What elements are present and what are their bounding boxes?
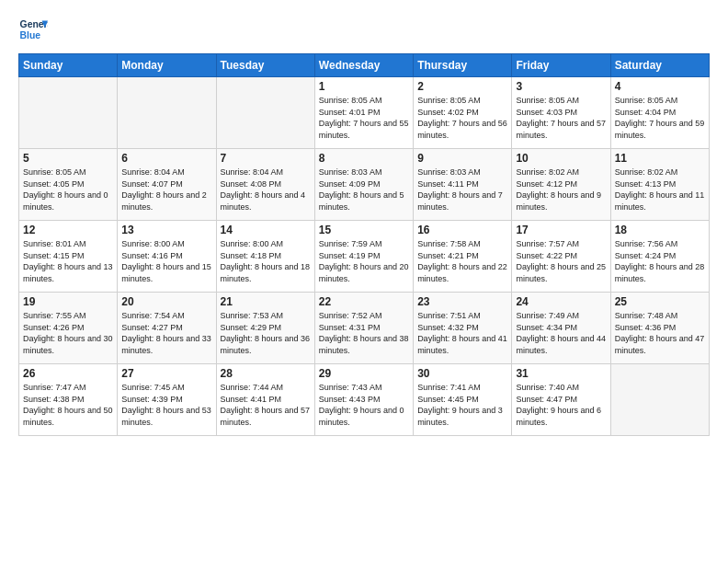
calendar-cell: 28Sunrise: 7:44 AM Sunset: 4:41 PM Dayli…: [216, 364, 314, 436]
day-info: Sunrise: 7:53 AM Sunset: 4:29 PM Dayligh…: [221, 310, 311, 356]
day-number: 26: [23, 367, 113, 380]
day-info: Sunrise: 8:05 AM Sunset: 4:05 PM Dayligh…: [23, 167, 113, 213]
day-info: Sunrise: 7:43 AM Sunset: 4:43 PM Dayligh…: [319, 382, 409, 428]
day-number: 4: [615, 80, 705, 93]
calendar-cell: 22Sunrise: 7:52 AM Sunset: 4:31 PM Dayli…: [314, 293, 413, 364]
day-number: 8: [319, 152, 409, 165]
day-info: Sunrise: 8:03 AM Sunset: 4:11 PM Dayligh…: [417, 167, 507, 213]
calendar-cell: 24Sunrise: 7:49 AM Sunset: 4:34 PM Dayli…: [512, 293, 610, 364]
calendar-cell: 30Sunrise: 7:41 AM Sunset: 4:45 PM Dayli…: [414, 364, 512, 436]
day-number: 28: [221, 367, 311, 380]
calendar-cell: 15Sunrise: 7:59 AM Sunset: 4:19 PM Dayli…: [314, 221, 413, 293]
day-number: 16: [417, 224, 507, 236]
day-info: Sunrise: 7:54 AM Sunset: 4:27 PM Dayligh…: [121, 310, 211, 356]
day-info: Sunrise: 8:03 AM Sunset: 4:09 PM Dayligh…: [319, 167, 409, 213]
day-info: Sunrise: 8:05 AM Sunset: 4:01 PM Dayligh…: [319, 95, 409, 141]
header: General Blue: [18, 15, 710, 44]
day-info: Sunrise: 8:00 AM Sunset: 4:18 PM Dayligh…: [221, 238, 311, 284]
logo: General Blue: [18, 15, 51, 44]
day-info: Sunrise: 7:49 AM Sunset: 4:34 PM Dayligh…: [516, 310, 606, 356]
day-info: Sunrise: 8:05 AM Sunset: 4:04 PM Dayligh…: [615, 95, 705, 141]
day-info: Sunrise: 7:56 AM Sunset: 4:24 PM Dayligh…: [615, 238, 705, 284]
day-number: 2: [417, 80, 507, 93]
day-number: 12: [23, 224, 113, 236]
day-number: 5: [23, 152, 113, 165]
calendar-cell: [610, 364, 709, 436]
day-number: 19: [23, 295, 113, 308]
calendar-cell: 31Sunrise: 7:40 AM Sunset: 4:47 PM Dayli…: [512, 364, 610, 436]
calendar-week-row: 19Sunrise: 7:55 AM Sunset: 4:26 PM Dayli…: [19, 293, 710, 364]
calendar-week-row: 26Sunrise: 7:47 AM Sunset: 4:38 PM Dayli…: [19, 364, 710, 436]
day-info: Sunrise: 7:52 AM Sunset: 4:31 PM Dayligh…: [319, 310, 409, 356]
day-number: 10: [516, 152, 606, 165]
day-info: Sunrise: 8:04 AM Sunset: 4:07 PM Dayligh…: [121, 167, 211, 213]
calendar-cell: 8Sunrise: 8:03 AM Sunset: 4:09 PM Daylig…: [314, 149, 413, 221]
calendar-cell: 16Sunrise: 7:58 AM Sunset: 4:21 PM Dayli…: [414, 221, 512, 293]
calendar-cell: 27Sunrise: 7:45 AM Sunset: 4:39 PM Dayli…: [118, 364, 216, 436]
day-number: 24: [516, 295, 606, 308]
day-number: 3: [516, 80, 606, 93]
day-info: Sunrise: 8:00 AM Sunset: 4:16 PM Dayligh…: [121, 238, 211, 284]
calendar-cell: 14Sunrise: 8:00 AM Sunset: 4:18 PM Dayli…: [216, 221, 314, 293]
day-info: Sunrise: 7:51 AM Sunset: 4:32 PM Dayligh…: [417, 310, 507, 356]
day-info: Sunrise: 7:57 AM Sunset: 4:22 PM Dayligh…: [516, 238, 606, 284]
day-number: 7: [221, 152, 311, 165]
calendar-cell: 13Sunrise: 8:00 AM Sunset: 4:16 PM Dayli…: [118, 221, 216, 293]
day-number: 25: [615, 295, 705, 308]
day-number: 13: [121, 224, 211, 236]
calendar-header-friday: Friday: [512, 54, 610, 77]
calendar-cell: 12Sunrise: 8:01 AM Sunset: 4:15 PM Dayli…: [19, 221, 118, 293]
calendar-cell: 4Sunrise: 8:05 AM Sunset: 4:04 PM Daylig…: [610, 77, 709, 149]
day-number: 23: [417, 295, 507, 308]
calendar-cell: 19Sunrise: 7:55 AM Sunset: 4:26 PM Dayli…: [19, 293, 118, 364]
calendar-week-row: 12Sunrise: 8:01 AM Sunset: 4:15 PM Dayli…: [19, 221, 710, 293]
calendar-header-tuesday: Tuesday: [216, 54, 314, 77]
day-info: Sunrise: 7:47 AM Sunset: 4:38 PM Dayligh…: [23, 382, 113, 428]
calendar-cell: 17Sunrise: 7:57 AM Sunset: 4:22 PM Dayli…: [512, 221, 610, 293]
calendar-week-row: 1Sunrise: 8:05 AM Sunset: 4:01 PM Daylig…: [19, 77, 710, 149]
calendar-cell: 18Sunrise: 7:56 AM Sunset: 4:24 PM Dayli…: [610, 221, 709, 293]
calendar-cell: 6Sunrise: 8:04 AM Sunset: 4:07 PM Daylig…: [118, 149, 216, 221]
calendar-cell: 26Sunrise: 7:47 AM Sunset: 4:38 PM Dayli…: [19, 364, 118, 436]
day-info: Sunrise: 7:59 AM Sunset: 4:19 PM Dayligh…: [319, 238, 409, 284]
day-number: 22: [319, 295, 409, 308]
calendar-cell: 1Sunrise: 8:05 AM Sunset: 4:01 PM Daylig…: [314, 77, 413, 149]
calendar-header-row: SundayMondayTuesdayWednesdayThursdayFrid…: [19, 54, 710, 77]
day-number: 29: [319, 367, 409, 380]
day-number: 9: [417, 152, 507, 165]
logo-icon: General Blue: [18, 15, 48, 44]
day-info: Sunrise: 7:40 AM Sunset: 4:47 PM Dayligh…: [516, 382, 606, 428]
day-info: Sunrise: 8:05 AM Sunset: 4:02 PM Dayligh…: [417, 95, 507, 141]
day-number: 15: [319, 224, 409, 236]
calendar-cell: [216, 77, 314, 149]
day-number: 1: [319, 80, 409, 93]
calendar-cell: 7Sunrise: 8:04 AM Sunset: 4:08 PM Daylig…: [216, 149, 314, 221]
calendar-cell: 5Sunrise: 8:05 AM Sunset: 4:05 PM Daylig…: [19, 149, 118, 221]
calendar-cell: 25Sunrise: 7:48 AM Sunset: 4:36 PM Dayli…: [610, 293, 709, 364]
day-number: 30: [417, 367, 507, 380]
calendar-header-saturday: Saturday: [610, 54, 709, 77]
day-info: Sunrise: 8:05 AM Sunset: 4:03 PM Dayligh…: [516, 95, 606, 141]
day-number: 14: [221, 224, 311, 236]
day-info: Sunrise: 7:41 AM Sunset: 4:45 PM Dayligh…: [417, 382, 507, 428]
day-number: 20: [121, 295, 211, 308]
day-number: 11: [615, 152, 705, 165]
calendar-cell: 29Sunrise: 7:43 AM Sunset: 4:43 PM Dayli…: [314, 364, 413, 436]
calendar-header-sunday: Sunday: [19, 54, 118, 77]
day-info: Sunrise: 7:55 AM Sunset: 4:26 PM Dayligh…: [23, 310, 113, 356]
calendar-cell: 2Sunrise: 8:05 AM Sunset: 4:02 PM Daylig…: [414, 77, 512, 149]
calendar-cell: [118, 77, 216, 149]
day-info: Sunrise: 8:01 AM Sunset: 4:15 PM Dayligh…: [23, 238, 113, 284]
calendar-table: SundayMondayTuesdayWednesdayThursdayFrid…: [18, 53, 710, 436]
calendar-cell: 23Sunrise: 7:51 AM Sunset: 4:32 PM Dayli…: [414, 293, 512, 364]
day-info: Sunrise: 7:44 AM Sunset: 4:41 PM Dayligh…: [221, 382, 311, 428]
day-info: Sunrise: 8:04 AM Sunset: 4:08 PM Dayligh…: [221, 167, 311, 213]
page: General Blue SundayMondayTuesdayWednesda…: [0, 0, 728, 563]
calendar-header-wednesday: Wednesday: [314, 54, 413, 77]
calendar-cell: 10Sunrise: 8:02 AM Sunset: 4:12 PM Dayli…: [512, 149, 610, 221]
day-number: 27: [121, 367, 211, 380]
calendar-cell: 9Sunrise: 8:03 AM Sunset: 4:11 PM Daylig…: [414, 149, 512, 221]
day-info: Sunrise: 7:45 AM Sunset: 4:39 PM Dayligh…: [121, 382, 211, 428]
day-number: 21: [221, 295, 311, 308]
day-number: 17: [516, 224, 606, 236]
